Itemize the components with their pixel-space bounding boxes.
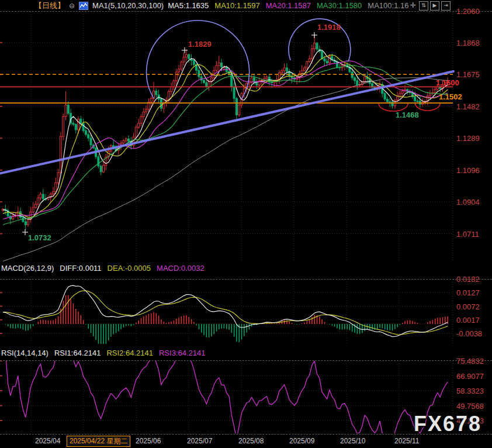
rsi-legend-item: RSI1:64.2141 [54, 349, 101, 357]
axis-tick-label: 1.1289 [456, 134, 480, 143]
time-axis-label[interactable]: 2025/07 [187, 437, 212, 445]
ma-legend-item: MA20:1.1587 [266, 1, 311, 10]
symbol-title: 欧元美元 [2, 1, 33, 11]
pan-tool-icon[interactable]: ✛ [409, 1, 417, 9]
rsi-legend: RSI1:64.2141RSI2:64.2141RSI3:64.2141 [54, 349, 206, 357]
time-axis-label[interactable]: 2025/10 [340, 437, 365, 445]
time-axis-label[interactable]: 2025/11 [394, 437, 420, 445]
high-label-september: 1.1918 [317, 23, 341, 32]
macd-dea-value: DEA:-0.0005 [108, 264, 151, 273]
toolbar: ✛⇅▶⇥ [409, 1, 451, 11]
time-axis-label[interactable]: 2025/09 [289, 437, 314, 445]
play-forward-icon[interactable]: ▶ [430, 1, 439, 11]
axis-tick-label: -0.0038 [456, 329, 482, 338]
mini-chart-icon[interactable] [79, 2, 88, 10]
rsi-header: RSI(14,14,14) RSI1:64.2141RSI2:64.2141RS… [1, 349, 205, 357]
time-axis-label[interactable]: 2025/08 [238, 437, 264, 445]
high-label-july: 1.1829 [188, 40, 212, 49]
axis-tick-label: 0.0072 [456, 302, 480, 311]
macd-pane[interactable] [0, 280, 492, 344]
axis-tick-label: 1.1675 [456, 70, 480, 79]
period-label: 【日线】 [34, 1, 65, 11]
level-label-11502: 1.1502 [439, 92, 462, 101]
axis-tick-label: 0.0182 [456, 275, 480, 284]
axis-tick-label: 49.7568 [456, 401, 484, 410]
low-label-march: 1.0732 [28, 233, 51, 242]
ma-legend: MA5:1.1635MA10:1.1597MA20:1.1587MA30:1.1… [168, 1, 408, 10]
axis-tick-label: 1.1096 [456, 166, 480, 174]
ma-legend-item: MA100:1.16 [368, 1, 408, 10]
macd-params: MACD(26,12,9) [1, 264, 54, 273]
axis-tick-label: 0.0127 [456, 288, 480, 297]
low-label-november: 1.1468 [396, 111, 419, 119]
scale-axis-icon[interactable]: ⇅ [419, 1, 428, 11]
macd-diff-value: DIFF:0.0011 [60, 264, 101, 273]
rsi-params: RSI(14,14,14) [1, 349, 48, 357]
rsi-legend-item: RSI3:64.2141 [159, 349, 206, 357]
ma-legend-item: MA30:1.1580 [317, 1, 362, 10]
collapse-right-icon[interactable]: ⇥ [441, 1, 451, 11]
ma-legend-item: MA5:1.1635 [168, 1, 209, 10]
macd-header: MACD(26,12,9) DIFF:0.0011 DEA:-0.0005 MA… [1, 264, 205, 273]
trading-chart-window: 欧元美元 【日线】 ⊖ MA1(5,10,20,30,100) MA5:1.16… [0, 0, 492, 448]
ma-group-label: MA1(5,10,20,30,100) [92, 1, 164, 10]
time-axis-label[interactable]: 2025/06 [136, 437, 161, 445]
ma-legend-item: MA10:1.1597 [214, 1, 259, 10]
axis-tick-label: 1.1482 [456, 102, 480, 111]
rsi-legend-item: RSI2:64.2141 [106, 349, 153, 357]
axis-tick-label: 0.0017 [456, 315, 480, 324]
fx678-watermark: FX678 [414, 412, 481, 436]
axis-tick-label: 75.4832 [456, 357, 484, 366]
main-price-chart[interactable]: 1.18291.19181.07321.14681.16001.1502 [0, 12, 492, 262]
macd-macd-value: MACD:0.0032 [157, 264, 205, 273]
level-label-11600: 1.1600 [436, 78, 459, 87]
axis-tick-label: 1.0904 [456, 198, 480, 206]
zoom-out-icon[interactable]: ⊖ [69, 2, 75, 9]
axis-tick-label: 1.0711 [456, 229, 479, 238]
axis-tick-label: 66.9077 [456, 371, 484, 380]
time-axis-label[interactable]: 2025/04 [35, 437, 60, 445]
axis-tick-label: 1.1868 [456, 38, 480, 47]
axis-tick-label: 58.3323 [456, 387, 484, 395]
selected-date-label[interactable]: 2025/04/22 星期二 [67, 436, 130, 447]
